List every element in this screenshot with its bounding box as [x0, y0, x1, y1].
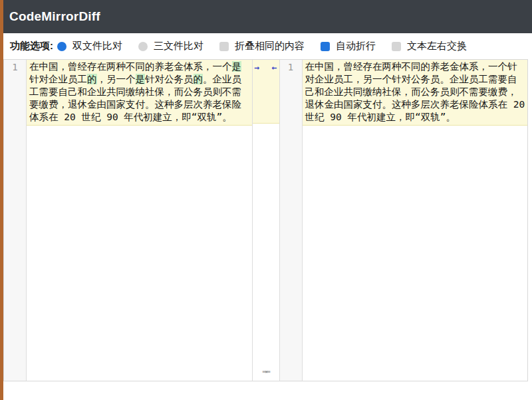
checkbox-unchecked-icon[interactable] — [219, 42, 229, 51]
copy-left-arrow-icon[interactable]: ← — [272, 63, 277, 72]
merge-gutter: → ← ⇛⇚ — [252, 60, 280, 381]
options-toolbar: 功能选项: 双文件比对 三文件比对 折叠相同的内容 自动折行 文本左右交换 — [3, 33, 532, 59]
text-segment: ，另一个 — [97, 74, 136, 84]
left-line-number-gutter: 1 — [4, 60, 27, 381]
option-collapse-identical[interactable]: 折叠相同的内容 — [219, 40, 305, 52]
window-edge-strip — [0, 0, 3, 400]
text-segment: 在中国，曾经存在两种不同的养老金体系，一个针对企业员工，另一个针对公务员。企业员… — [305, 61, 525, 122]
inserted-text-segment: 的 — [194, 74, 203, 84]
left-diff-chunk[interactable]: 在中国，曾经存在两种不同的养老金体系，一个是针对企业员工的，另一个是针对公务员的… — [27, 60, 252, 126]
option-two-file-diff[interactable]: 双文件比对 — [57, 40, 122, 52]
app-header: CodeMirrorDiff — [3, 0, 532, 33]
page-title: CodeMirrorDiff — [9, 9, 100, 24]
scroll-lock-icon[interactable]: ⇛⇚ — [262, 367, 269, 375]
option-label: 折叠相同的内容 — [235, 40, 305, 52]
line-number: 1 — [4, 61, 26, 74]
option-auto-wrap[interactable]: 自动折行 — [321, 40, 376, 52]
option-label: 双文件比对 — [72, 40, 122, 52]
left-editor-pane[interactable]: 在中国，曾经存在两种不同的养老金体系，一个是针对企业员工的，另一个是针对公务员的… — [27, 60, 252, 381]
option-label: 三文件比对 — [154, 40, 203, 52]
right-diff-chunk[interactable]: 在中国，曾经存在两种不同的养老金体系，一个针对企业员工，另一个针对公务员。企业员… — [303, 60, 528, 126]
inserted-text-segment: 的 — [87, 74, 97, 84]
diff-editor: 1 在中国，曾经存在两种不同的养老金体系，一个是针对企业员工的，另一个是针对公务… — [3, 59, 528, 381]
copy-right-arrow-icon[interactable]: → — [255, 63, 260, 72]
text-segment: 在中国，曾经存在两种不同的养老金体系，一个 — [29, 61, 232, 72]
right-line-number-gutter: 1 — [280, 60, 303, 381]
inserted-text-segment: 是 — [136, 74, 146, 84]
right-editor-pane[interactable]: 在中国，曾经存在两种不同的养老金体系，一个针对企业员工，另一个针对公务员。企业员… — [303, 60, 528, 381]
line-number: 1 — [280, 61, 302, 74]
option-label: 自动折行 — [336, 40, 376, 52]
checkbox-checked-icon[interactable] — [321, 42, 330, 51]
text-segment: 针对企业员工 — [29, 74, 87, 84]
option-swap-sides[interactable]: 文本左右交换 — [392, 40, 467, 52]
text-segment: 针对公务员 — [145, 74, 194, 84]
option-label: 文本左右交换 — [407, 40, 467, 52]
radio-unchecked-icon[interactable] — [138, 42, 148, 51]
radio-checked-icon[interactable] — [57, 42, 66, 51]
inserted-text-segment: 是 — [232, 61, 242, 72]
option-three-file-diff[interactable]: 三文件比对 — [138, 40, 203, 52]
options-label: 功能选项: — [10, 40, 53, 52]
app-window: CodeMirrorDiff 功能选项: 双文件比对 三文件比对 折叠相同的内容… — [3, 0, 532, 381]
checkbox-unchecked-icon[interactable] — [392, 42, 401, 51]
